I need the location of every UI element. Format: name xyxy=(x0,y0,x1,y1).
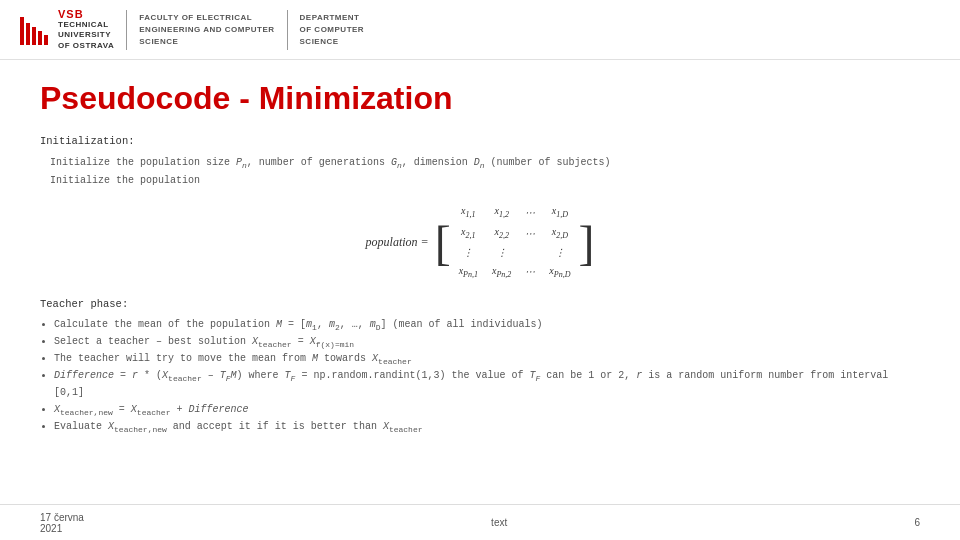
slide-body: Initialization: Initialize the populatio… xyxy=(40,133,920,436)
m33: xPn,D xyxy=(549,263,570,282)
teacher-section: Teacher phase: Calculate the mean of the… xyxy=(40,296,920,436)
m12: ⋯ xyxy=(525,226,535,242)
bar4 xyxy=(38,31,42,45)
bullet-3: The teacher will try to move the mean fr… xyxy=(54,351,920,368)
init-line1: Initialize the population size Pn, numbe… xyxy=(50,154,920,173)
bar2 xyxy=(26,23,30,45)
m01: x1,2 xyxy=(492,203,511,222)
logo-area: VSB TECHNICALUNIVERSITYOF OSTRAVA xyxy=(20,8,114,51)
population-label: population = xyxy=(366,233,429,252)
bracket-right-icon: ] xyxy=(578,226,594,260)
m00: x1,1 xyxy=(459,203,478,222)
matrix-grid: x1,1 x1,2 ⋯ x1,D x2,1 x2,2 ⋯ x2,D ⋮ ⋮ ⋮ … xyxy=(457,199,573,285)
from-text: from xyxy=(810,370,834,381)
bullet-list: Calculate the mean of the population M =… xyxy=(54,317,920,437)
teacher-header: Teacher phase: xyxy=(40,296,920,313)
university-label: TECHNICALUNIVERSITYOF OSTRAVA xyxy=(58,20,114,51)
divider1 xyxy=(126,10,127,50)
bullet-5: Xteacher,new = Xteacher + Difference xyxy=(54,402,920,419)
m02: ⋯ xyxy=(525,205,535,221)
footer: 17 června 2021 text 6 xyxy=(0,504,960,540)
m31: xPn,2 xyxy=(492,263,511,282)
bar3 xyxy=(32,27,36,45)
m11: x2,2 xyxy=(492,224,511,243)
footer-center-text: text xyxy=(491,517,507,528)
main-content: Pseudocode - Minimization Initialization… xyxy=(0,60,960,446)
footer-page-number: 6 xyxy=(914,517,920,528)
init-lines: Initialize the population size Pn, numbe… xyxy=(50,154,920,190)
m32: ⋯ xyxy=(525,264,535,280)
bullet-6: Evaluate Xteacher,new and accept it if i… xyxy=(54,419,920,436)
footer-date: 17 června 2021 xyxy=(40,512,84,534)
init-section: Initialization: Initialize the populatio… xyxy=(40,133,920,189)
logo-text: VSB TECHNICALUNIVERSITYOF OSTRAVA xyxy=(58,8,114,51)
bar5 xyxy=(44,35,48,45)
slide-title: Pseudocode - Minimization xyxy=(40,80,920,117)
bullet-4: Difference = r * (Xteacher – TFM) where … xyxy=(54,368,920,402)
bracket-left-icon: [ xyxy=(435,226,451,260)
vsb-label: VSB xyxy=(58,8,114,20)
bullet-2: Select a teacher – best solution Xteache… xyxy=(54,334,920,351)
faculty-label: FACULTY OF ELECTRICAL ENGINEERING AND CO… xyxy=(139,12,274,48)
m13: x2,D xyxy=(549,224,570,243)
divider2 xyxy=(287,10,288,50)
bullet-1: Calculate the mean of the population M =… xyxy=(54,317,920,334)
department-label: DEPARTMENT OF COMPUTER SCIENCE xyxy=(300,12,365,48)
init-header: Initialization: xyxy=(40,133,920,150)
m10: x2,1 xyxy=(459,224,478,243)
m21: ⋮ xyxy=(492,245,511,261)
m30: xPn,1 xyxy=(459,263,478,282)
m20: ⋮ xyxy=(459,245,478,261)
init-line2: Initialize the population xyxy=(50,172,920,189)
population-equation: population = [ x1,1 x1,2 ⋯ x1,D x2,1 x2,… xyxy=(40,199,920,285)
logo-bars-icon xyxy=(20,15,48,45)
header: VSB TECHNICALUNIVERSITYOF OSTRAVA FACULT… xyxy=(0,0,960,60)
matrix-container: population = [ x1,1 x1,2 ⋯ x1,D x2,1 x2,… xyxy=(366,199,595,285)
m03: x1,D xyxy=(549,203,570,222)
bar1 xyxy=(20,17,24,45)
m23: ⋮ xyxy=(549,245,570,261)
